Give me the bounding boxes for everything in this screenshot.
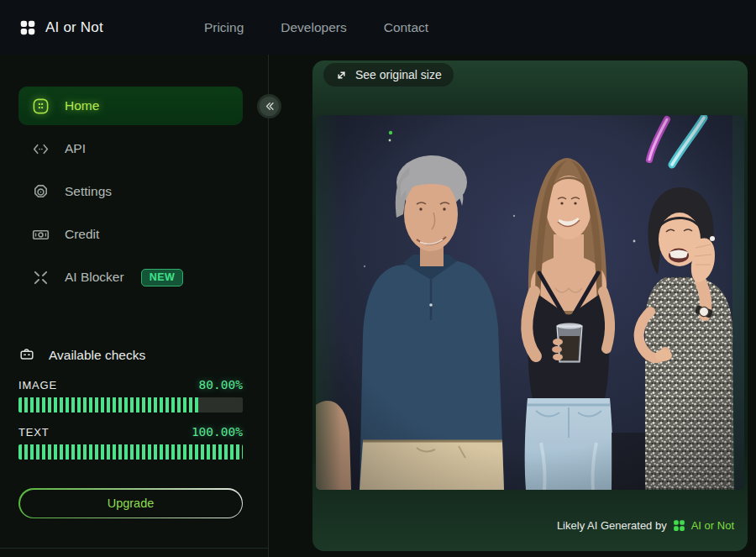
four-petal-logo-icon [672, 518, 686, 533]
sidebar-item-settings[interactable]: Settings [18, 172, 243, 211]
app-window: AI or Not Pricing Developers Contact [0, 0, 756, 557]
sidebar-item-home[interactable]: Home [18, 87, 243, 125]
new-badge: NEW [141, 269, 184, 286]
page-body: Home API [0, 55, 756, 557]
nav-link-developers[interactable]: Developers [281, 20, 346, 35]
upgrade-button[interactable]: Upgrade [18, 488, 243, 518]
image-progress-fill [18, 397, 198, 412]
meter-value-text: 100.00% [192, 425, 243, 439]
main-nav: Pricing Developers Contact [204, 20, 428, 35]
brand-name: AI or Not [45, 19, 103, 36]
sidebar-item-label: Settings [65, 184, 112, 199]
text-checks-meter: TEXT 100.00% [18, 425, 243, 460]
meter-value-image: 80.00% [199, 378, 243, 391]
text-progress-fill [18, 444, 243, 460]
sidebar-item-label: Home [65, 98, 99, 113]
main-content: See original size [269, 55, 756, 557]
sidebar-item-credit[interactable]: Credit [18, 215, 243, 254]
sidebar: Home API [0, 55, 269, 557]
ai-generated-watermark: Likely AI Generated by AI or Not [557, 518, 734, 533]
upgrade-button-label: Upgrade [20, 490, 242, 518]
sidebar-item-label: API [65, 141, 86, 156]
sidebar-item-label: Credit [65, 227, 99, 242]
see-original-size-label: See original size [355, 68, 442, 81]
sidebar-item-label: AI Blocker [65, 270, 124, 285]
nav-link-contact[interactable]: Contact [384, 20, 428, 35]
gear-icon [32, 183, 50, 201]
code-brackets-icon [32, 140, 50, 158]
see-original-size-button[interactable]: See original size [323, 63, 454, 87]
double-chevron-left-icon [263, 100, 276, 113]
available-checks-section: Available checks IMAGE 80.00% TEXT 100.0… [18, 345, 243, 460]
brand[interactable]: AI or Not [18, 18, 103, 37]
scan-frame-icon [32, 97, 50, 115]
watermark-prefix: Likely AI Generated by [557, 519, 667, 532]
brand-logo-icon [18, 18, 37, 37]
watermark-brand: AI or Not [691, 519, 734, 532]
available-checks-title: Available checks [49, 348, 145, 363]
expand-arrows-icon [335, 69, 348, 81]
image-progress-bar [18, 397, 243, 412]
analyzed-photo [316, 115, 744, 490]
top-navbar: AI or Not Pricing Developers Contact [0, 0, 756, 55]
robot-check-icon [18, 345, 35, 365]
result-card: See original size [312, 60, 748, 551]
meter-label-text: TEXT [18, 426, 49, 439]
banknote-icon [32, 226, 50, 244]
blocker-x-icon [32, 269, 50, 286]
meter-label-image: IMAGE [18, 379, 57, 391]
sidebar-bottom-divider [0, 548, 269, 549]
nav-link-pricing[interactable]: Pricing [204, 20, 244, 35]
image-checks-meter: IMAGE 80.00% [18, 378, 243, 412]
sidebar-item-api[interactable]: API [18, 129, 243, 168]
text-progress-bar [18, 444, 243, 460]
collapse-sidebar-button[interactable] [257, 94, 281, 118]
sidebar-item-ai-blocker[interactable]: AI Blocker NEW [18, 258, 243, 297]
